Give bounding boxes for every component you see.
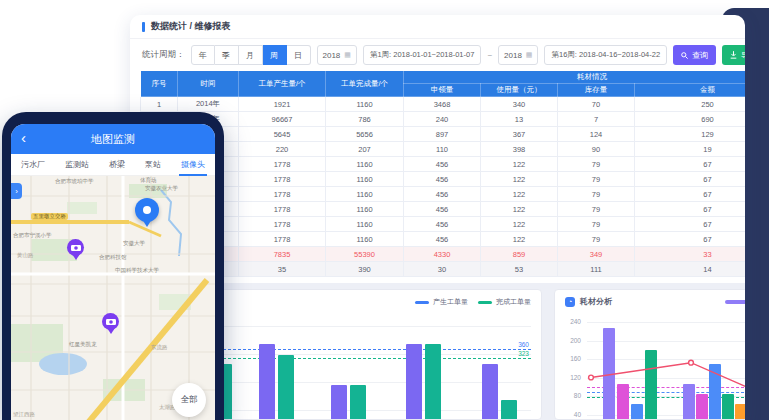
- selected-camera-pin[interactable]: [135, 198, 159, 222]
- camera-pin[interactable]: [67, 239, 84, 256]
- all-filter-button[interactable]: 全部: [172, 383, 206, 417]
- export-excel-button[interactable]: 导出Excel: [722, 45, 745, 65]
- table-cell: 19: [635, 142, 746, 157]
- table-cell: 1778: [239, 157, 326, 172]
- table-cell: 2014年: [178, 97, 239, 112]
- phone-tab-桥梁[interactable]: 桥梁: [109, 154, 125, 176]
- table-cell: 67: [635, 187, 746, 202]
- table-cell: 220: [239, 142, 326, 157]
- table-row[interactable]: 52018年177811604561227967: [141, 157, 746, 172]
- bar-完成工单量[interactable]: [278, 355, 294, 420]
- period-option-季[interactable]: 季: [215, 45, 239, 65]
- table-cell: 110: [404, 142, 481, 157]
- week-range-end-input[interactable]: 第16周: 2018-04-16~2018-04-22: [544, 45, 667, 65]
- legend-label: 完成工单量: [496, 297, 531, 307]
- table-cell: 1160: [326, 202, 404, 217]
- filter-toolbar: 统计周期： 年季月周日 2018 ▦ 第1周: 2018-01-01~2018-…: [142, 45, 745, 65]
- table-row[interactable]: 22015年96667786240137690: [141, 112, 746, 127]
- back-icon[interactable]: ‹: [21, 128, 26, 148]
- period-option-周[interactable]: 周: [263, 45, 287, 65]
- table-row[interactable]: 42017年2202071103989019: [141, 142, 746, 157]
- bar-产生工单量[interactable]: [331, 385, 347, 420]
- bar-完成工单量[interactable]: [350, 385, 366, 420]
- table-cell: 30: [404, 262, 481, 277]
- table-cell: 122: [481, 232, 558, 247]
- table-cell: 1160: [326, 157, 404, 172]
- column-header: 工单完成量/个: [326, 71, 404, 97]
- period-option-年[interactable]: 年: [191, 45, 215, 65]
- table-cell: 349: [558, 247, 635, 262]
- year-select-end[interactable]: 2018 ▦: [498, 45, 538, 65]
- table-cell: 124: [558, 127, 635, 142]
- search-icon: [681, 52, 688, 59]
- table-row[interactable]: 12014年19211160346834070250: [141, 97, 746, 112]
- bar-产生工单量[interactable]: [482, 364, 498, 420]
- legend-item[interactable]: 产生工单量: [415, 297, 468, 307]
- bar-完成工单量[interactable]: [501, 400, 517, 420]
- map-view[interactable]: › 合肥市琥珀中学体育场安徽农业大学五里墩立交桥合肥市宁溪小学安徽大学合肥科技馆…: [11, 176, 215, 420]
- column-header: 耗材情况: [404, 71, 746, 84]
- period-option-日[interactable]: 日: [287, 45, 311, 65]
- table-row[interactable]: 72020年177811604561227967: [141, 187, 746, 202]
- map-label: 中国科学技术大学: [115, 267, 159, 274]
- table-row[interactable]: 82021年177811604561227967: [141, 202, 746, 217]
- camera-pin[interactable]: [102, 313, 119, 330]
- map-label: 合肥市琥珀中学: [55, 178, 94, 185]
- table-row[interactable]: 62019年177811604561227967: [141, 172, 746, 187]
- column-header: 时间: [178, 71, 239, 97]
- map-label: 黄山路: [17, 252, 34, 259]
- table-row[interactable]: 92022年177811604561227967: [141, 217, 746, 232]
- table-cell: 456: [404, 217, 481, 232]
- pin-tail: [142, 219, 152, 227]
- table-row[interactable]: 102023年177811604561227967: [141, 232, 746, 247]
- calendar-icon: ▦: [344, 51, 351, 59]
- bar-完成工单量[interactable]: [425, 344, 441, 420]
- table-cell: 340: [481, 97, 558, 112]
- table-cell: 70: [558, 97, 635, 112]
- map-label: 五里墩立交桥: [31, 213, 68, 220]
- phone-tab-污水厂[interactable]: 污水厂: [21, 154, 45, 176]
- calendar-icon: ▦: [526, 51, 533, 59]
- phone-tab-摄像头[interactable]: 摄像头: [181, 154, 205, 176]
- bar-产生工单量[interactable]: [406, 344, 422, 420]
- table-cell: 1: [141, 97, 178, 112]
- table-cell: 122: [481, 217, 558, 232]
- table-row[interactable]: 32016年56455656897367124129: [141, 127, 746, 142]
- legend-item[interactable]: 完成工单量: [478, 297, 531, 307]
- phone-tab-监测站[interactable]: 监测站: [65, 154, 89, 176]
- table-cell: 456: [404, 187, 481, 202]
- map-label: 望江西路: [13, 411, 35, 418]
- year-select-start[interactable]: 2018 ▦: [317, 45, 357, 65]
- table-cell: 398: [481, 142, 558, 157]
- table-cell: 1160: [326, 217, 404, 232]
- camera-icon: [106, 318, 116, 326]
- breadcrumb-bar: 数据统计 / 维修报表: [130, 15, 745, 39]
- map-label: 安徽大学: [123, 240, 145, 247]
- table-cell: 1778: [239, 202, 326, 217]
- workorder-chart-legend: 产生工单量完成工单量: [415, 297, 531, 307]
- bar-产生工单量[interactable]: [259, 344, 275, 420]
- table-cell: 111: [558, 262, 635, 277]
- camera-icon: [71, 244, 81, 252]
- table-cell: 5656: [326, 127, 404, 142]
- table-cell: 897: [404, 127, 481, 142]
- trend-line: [555, 290, 745, 420]
- phone-tab-泵站[interactable]: 泵站: [145, 154, 161, 176]
- period-segmented: 年季月周日: [191, 45, 311, 65]
- table-cell: 79: [558, 157, 635, 172]
- total-row: 合计783555390433085934933: [141, 247, 746, 262]
- table-cell: 3468: [404, 97, 481, 112]
- table-cell: 1160: [326, 187, 404, 202]
- table-cell: 79: [558, 217, 635, 232]
- map-expander-button[interactable]: ›: [11, 183, 22, 199]
- phone-app-header: ‹ 地图监测: [11, 124, 215, 154]
- report-table: 序号时间工单产生量/个工单完成量/个耗材情况申领量使用量（元）库存量金额1201…: [140, 70, 745, 277]
- week-range-start-input[interactable]: 第1周: 2018-01-01~2018-01-07: [363, 45, 481, 65]
- period-option-月[interactable]: 月: [239, 45, 263, 65]
- table-cell: 122: [481, 187, 558, 202]
- table-cell: 456: [404, 172, 481, 187]
- query-button[interactable]: 查询: [673, 45, 716, 65]
- table-cell: 67: [635, 157, 746, 172]
- phone-mockup: ‹ 地图监测 污水厂监测站桥梁泵站摄像头: [2, 112, 224, 420]
- map-label: 体育场: [140, 177, 157, 184]
